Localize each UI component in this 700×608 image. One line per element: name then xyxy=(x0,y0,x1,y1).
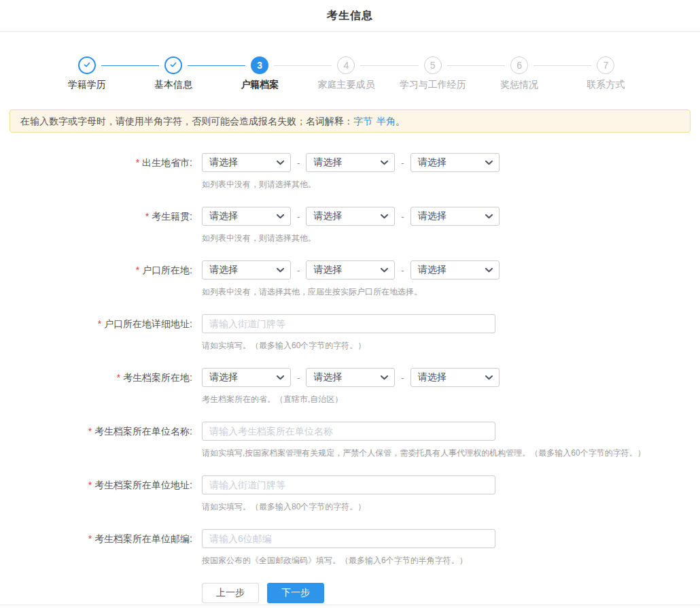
field-hint: 如列表中没有，则请选择其他。 xyxy=(202,180,500,189)
household-address-input[interactable] xyxy=(202,314,495,333)
notice-suffix: 。 xyxy=(396,116,405,126)
step-1-circle xyxy=(78,56,96,74)
step-label: 基本信息 xyxy=(130,79,216,91)
archive-unit-postcode-input[interactable] xyxy=(202,529,495,548)
step-3-circle: 3 xyxy=(251,56,268,74)
select-placeholder: 请选择 xyxy=(313,156,342,169)
step-number: 7 xyxy=(603,60,608,71)
select-placeholder: 请选择 xyxy=(418,264,447,276)
chevron-down-icon xyxy=(381,214,388,219)
household-district-select[interactable]: 请选择 xyxy=(410,260,500,280)
separator-dash: - xyxy=(401,265,404,275)
chevron-down-icon xyxy=(277,214,284,219)
chevron-down-icon xyxy=(277,375,284,380)
archive-city-select[interactable]: 请选择 xyxy=(306,368,395,387)
chevron-down-icon xyxy=(277,161,284,165)
archive-unit-address-input[interactable] xyxy=(202,475,495,494)
step-number: 6 xyxy=(517,60,522,71)
step-number: 4 xyxy=(344,60,349,71)
byte-glossary-link[interactable]: 字节 xyxy=(353,116,372,126)
step-5-circle: 5 xyxy=(424,56,442,74)
form-row-birthplace: *出生地省市: 请选择 - 请选择 - 请选择 如列表中没有，则请选择其他 xyxy=(0,153,700,189)
archive-district-select[interactable]: 请选择 xyxy=(410,368,500,387)
chevron-down-icon xyxy=(485,268,493,273)
step-4-circle: 4 xyxy=(337,56,355,74)
next-step-button[interactable]: 下一步 xyxy=(267,583,324,603)
chevron-down-icon xyxy=(381,375,388,380)
halfwidth-glossary-link[interactable]: 半角 xyxy=(377,116,396,126)
select-placeholder: 请选择 xyxy=(209,264,238,276)
field-label: 考生档案所在单位名称: xyxy=(94,426,192,437)
halfwidth-notice-banner: 在输入数字或字母时，请使用半角字符，否则可能会造成报名失败；名词解释：字节半角。 xyxy=(10,109,690,133)
step-label: 奖惩情况 xyxy=(476,79,562,91)
chevron-down-icon xyxy=(485,161,493,165)
required-asterisk: * xyxy=(117,372,120,383)
separator-dash: - xyxy=(297,265,300,275)
field-hint: 按国家公布的《全国邮政编码》填写。（最多输入6个字节的半角字符。） xyxy=(202,556,495,565)
required-asterisk: * xyxy=(136,265,139,275)
archive-province-select[interactable]: 请选择 xyxy=(202,368,291,387)
field-label: 户口所在地详细地址: xyxy=(104,318,192,329)
archive-unit-name-input[interactable] xyxy=(202,422,495,441)
chevron-down-icon xyxy=(381,161,388,165)
household-city-select[interactable]: 请选择 xyxy=(306,260,395,280)
separator-dash: - xyxy=(297,158,300,168)
form-row-archive-unit-address: *考生档案所在单位地址: 请如实填写。（最多输入80个字节的字符。） xyxy=(0,475,700,511)
select-placeholder: 请选择 xyxy=(418,156,447,169)
required-asterisk: * xyxy=(136,157,139,168)
step-label: 学习与工作经历 xyxy=(389,79,476,91)
step-3-household-archive[interactable]: 3 户籍档案 xyxy=(217,56,303,91)
field-label: 考生档案所在地: xyxy=(123,372,192,383)
select-placeholder: 请选择 xyxy=(313,264,342,276)
field-hint: 如列表中没有，请选择其他，应届生按实际户口所在地选择。 xyxy=(202,287,500,297)
field-label: 考生档案所在单位邮编: xyxy=(94,533,192,544)
separator-dash: - xyxy=(297,373,300,383)
step-4-family-members: 4 家庭主要成员 xyxy=(303,56,389,91)
previous-step-button[interactable]: 上一步 xyxy=(202,583,259,603)
step-2-circle xyxy=(164,56,182,74)
page-header: 考生信息 xyxy=(0,0,700,32)
select-placeholder: 请选择 xyxy=(209,156,238,169)
native-place-city-select[interactable]: 请选择 xyxy=(306,207,395,226)
required-asterisk: * xyxy=(88,533,92,544)
form-row-household-registration: *户口所在地: 请选择 - 请选择 - 请选择 如列表中没有，请选择其他， xyxy=(0,260,700,297)
separator-dash: - xyxy=(401,158,404,168)
step-7-contact-info: 7 联系方式 xyxy=(563,56,649,91)
birthplace-district-select[interactable]: 请选择 xyxy=(410,153,500,172)
select-placeholder: 请选择 xyxy=(313,210,342,222)
form-row-native-place: *考生籍贯: 请选择 - 请选择 - 请选择 如列表中没有，则请选择其他。 xyxy=(0,207,700,243)
step-label: 联系方式 xyxy=(563,79,649,91)
notice-text: 在输入数字或字母时，请使用半角字符，否则可能会造成报名失败；名词解释： xyxy=(20,116,353,126)
step-number: 5 xyxy=(430,60,436,71)
step-2-basic-info[interactable]: 基本信息 xyxy=(130,56,216,91)
chevron-down-icon xyxy=(277,268,284,273)
chevron-down-icon xyxy=(381,268,388,273)
required-asterisk: * xyxy=(98,318,101,329)
field-hint: 请如实填写,按国家档案管理有关规定，严禁个人保管，需委托具有人事代理权的机构管理… xyxy=(202,448,646,458)
check-icon xyxy=(82,60,92,71)
step-7-circle: 7 xyxy=(597,56,614,74)
household-province-select[interactable]: 请选择 xyxy=(202,260,291,280)
select-placeholder: 请选择 xyxy=(209,371,238,384)
form-row-archive-unit-postcode: *考生档案所在单位邮编: 按国家公布的《全国邮政编码》填写。（最多输入6个字节的… xyxy=(0,529,700,565)
check-icon xyxy=(169,60,178,71)
birthplace-province-select[interactable]: 请选择 xyxy=(202,153,291,172)
bottom-divider xyxy=(0,605,700,605)
select-placeholder: 请选择 xyxy=(209,210,238,222)
required-asterisk: * xyxy=(88,426,92,437)
step-6-rewards-punishments: 6 奖惩情况 xyxy=(476,56,562,91)
field-label: 户口所在地: xyxy=(142,265,192,275)
step-label: 家庭主要成员 xyxy=(303,79,389,91)
select-placeholder: 请选择 xyxy=(313,371,342,384)
step-label: 学籍学历 xyxy=(43,79,130,91)
field-label: 考生档案所在单位地址: xyxy=(94,479,192,490)
separator-dash: - xyxy=(297,212,300,222)
birthplace-city-select[interactable]: 请选择 xyxy=(306,153,395,172)
chevron-down-icon xyxy=(485,214,493,219)
native-place-province-select[interactable]: 请选择 xyxy=(202,207,291,226)
native-place-district-select[interactable]: 请选择 xyxy=(410,207,500,226)
step-1-school-record[interactable]: 学籍学历 xyxy=(43,56,130,91)
progress-stepper: 学籍学历 基本信息 3 户籍档案 4 家庭主要成员 5 学习与工作经历 6 奖惩… xyxy=(43,56,649,91)
household-archive-form: *出生地省市: 请选择 - 请选择 - 请选择 如列表中没有，则请选择其他 xyxy=(0,153,700,603)
field-hint: 请如实填写。（最多输入80个字节的字符。） xyxy=(202,502,495,511)
